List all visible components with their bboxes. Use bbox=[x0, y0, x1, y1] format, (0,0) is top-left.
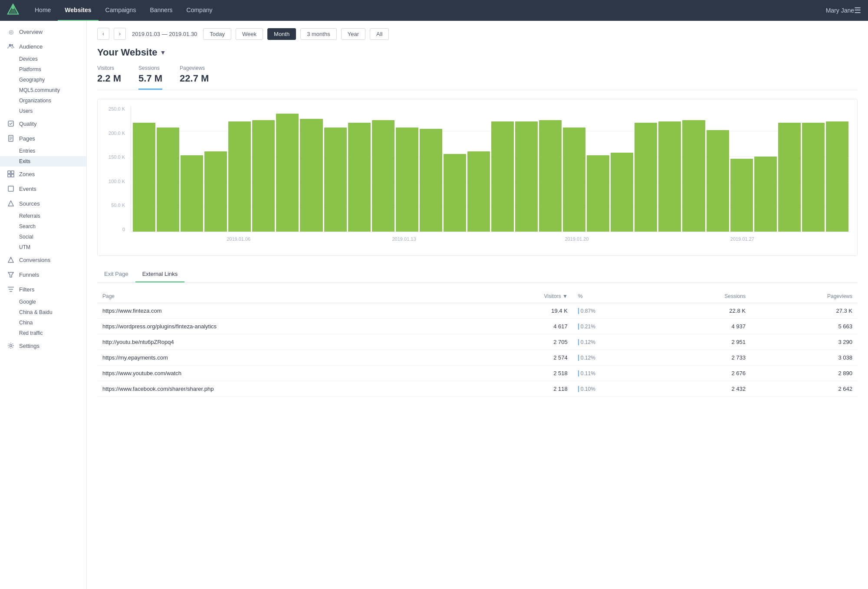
chart-bar[interactable] bbox=[396, 128, 418, 232]
prev-period-button[interactable]: ‹ bbox=[97, 28, 109, 40]
nav-websites[interactable]: Websites bbox=[58, 0, 98, 21]
sidebar-item-sources[interactable]: Sources bbox=[0, 196, 86, 211]
chart-bar[interactable] bbox=[802, 123, 825, 232]
chart-bar[interactable] bbox=[420, 129, 442, 232]
table-row: https://www.facebook.com/sharer/sharer.p… bbox=[97, 381, 858, 397]
sidebar-item-events[interactable]: Events bbox=[0, 181, 86, 196]
period-all-button[interactable]: All bbox=[370, 28, 389, 40]
period-year-button[interactable]: Year bbox=[341, 28, 365, 40]
chart-bar[interactable] bbox=[157, 128, 179, 232]
cell-page[interactable]: https://my.epayments.com bbox=[97, 350, 471, 366]
pct-bar-wrapper: 0.12% bbox=[578, 339, 651, 345]
period-month-button[interactable]: Month bbox=[267, 28, 296, 40]
cell-page[interactable]: https://www.facebook.com/sharer/sharer.p… bbox=[97, 381, 471, 397]
chart-bar[interactable] bbox=[444, 154, 466, 232]
chart-bar[interactable] bbox=[611, 153, 633, 232]
cell-page[interactable]: https://wordpress.org/plugins/finteza-an… bbox=[97, 319, 471, 334]
sidebar-sub-china[interactable]: China bbox=[0, 317, 86, 328]
next-period-button[interactable]: › bbox=[114, 28, 126, 40]
stat-sessions[interactable]: Sessions 5.7 M bbox=[138, 65, 162, 90]
chart-bar[interactable] bbox=[587, 155, 609, 232]
cell-pct: 0.87% bbox=[573, 303, 656, 319]
cell-visitors: 2 518 bbox=[471, 366, 573, 381]
cell-sessions: 2 432 bbox=[656, 381, 751, 397]
chart-bar[interactable] bbox=[228, 121, 251, 232]
sidebar-sub-referrals[interactable]: Referrals bbox=[0, 211, 86, 221]
sidebar-sub-google[interactable]: Google bbox=[0, 297, 86, 307]
sidebar-item-settings[interactable]: Settings bbox=[0, 338, 86, 353]
sidebar-item-funnels[interactable]: Funnels bbox=[0, 267, 86, 282]
chart-bar[interactable] bbox=[658, 121, 681, 232]
sidebar-item-quality[interactable]: Quality bbox=[0, 116, 86, 131]
chart-bar[interactable] bbox=[181, 155, 203, 232]
logo[interactable] bbox=[7, 3, 21, 17]
sidebar-sub-mql5[interactable]: MQL5.community bbox=[0, 85, 86, 95]
chart-bar[interactable] bbox=[300, 119, 322, 232]
sidebar-sub-users[interactable]: Users bbox=[0, 106, 86, 116]
chart-bar[interactable] bbox=[778, 123, 801, 232]
chart-bar[interactable] bbox=[515, 121, 538, 232]
sidebar-sub-devices[interactable]: Devices bbox=[0, 54, 86, 64]
chart-bar[interactable] bbox=[826, 121, 848, 232]
sidebar-sub-utm[interactable]: UTM bbox=[0, 242, 86, 252]
sidebar-sub-red-traffic[interactable]: Red traffic bbox=[0, 328, 86, 338]
sidebar-sub-search[interactable]: Search bbox=[0, 221, 86, 232]
sidebar-sub-china-baidu[interactable]: China & Baidu bbox=[0, 307, 86, 317]
stat-pageviews[interactable]: Pageviews 22.7 M bbox=[180, 65, 209, 90]
sidebar-item-filters[interactable]: Filters bbox=[0, 282, 86, 297]
chart-bar[interactable] bbox=[324, 128, 347, 232]
cell-page[interactable]: https://www.youtube.com/watch bbox=[97, 366, 471, 381]
period-3months-button[interactable]: 3 months bbox=[300, 28, 336, 40]
sidebar-sub-entries[interactable]: Entries bbox=[0, 146, 86, 156]
website-selector[interactable]: Your Website ▼ bbox=[97, 47, 858, 58]
events-icon bbox=[7, 185, 15, 193]
sidebar-sub-platforms[interactable]: Platforms bbox=[0, 64, 86, 75]
date-range-label: 2019.01.03 — 2019.01.30 bbox=[132, 31, 197, 37]
sidebar-item-pages[interactable]: Pages bbox=[0, 131, 86, 146]
sidebar-item-audience[interactable]: Audience bbox=[0, 39, 86, 54]
cell-sessions: 2 733 bbox=[656, 350, 751, 366]
menu-icon[interactable]: ☰ bbox=[854, 6, 861, 15]
nav-company[interactable]: Company bbox=[180, 0, 220, 21]
nav-banners[interactable]: Banners bbox=[143, 0, 179, 21]
sidebar-item-overview[interactable]: ◎ Overview bbox=[0, 24, 86, 39]
sidebar-item-zones[interactable]: Zones bbox=[0, 167, 86, 181]
period-today-button[interactable]: Today bbox=[203, 28, 231, 40]
cell-page[interactable]: https://www.finteza.com bbox=[97, 303, 471, 319]
chart-inner: 250.0 K 200.0 K 150.0 K 100.0 K 50.0 K 0 bbox=[105, 106, 850, 245]
chart-bar[interactable] bbox=[730, 159, 753, 232]
sidebar-sub-exits[interactable]: Exits bbox=[0, 156, 86, 167]
table-row: https://my.epayments.com 2 574 0.12% 2 7… bbox=[97, 350, 858, 366]
chart-bar[interactable] bbox=[563, 128, 585, 232]
nav-campaigns[interactable]: Campaigns bbox=[99, 0, 143, 21]
chart-bar[interactable] bbox=[133, 123, 155, 232]
chart-bar[interactable] bbox=[491, 121, 514, 232]
sidebar-sub-organizations[interactable]: Organizations bbox=[0, 95, 86, 106]
tab-exit-page[interactable]: Exit Page bbox=[97, 266, 135, 282]
sidebar-sub-geography[interactable]: Geography bbox=[0, 75, 86, 85]
pct-bar-divider bbox=[578, 324, 579, 330]
table-row: https://www.finteza.com 19.4 K 0.87% 22.… bbox=[97, 303, 858, 319]
chart-bar[interactable] bbox=[372, 120, 395, 232]
chart-bar[interactable] bbox=[539, 120, 562, 232]
y-label-3: 100.0 K bbox=[108, 179, 125, 184]
chart-bar[interactable] bbox=[204, 151, 227, 232]
chart-bar[interactable] bbox=[276, 114, 299, 232]
tab-external-links[interactable]: External Links bbox=[135, 266, 185, 282]
cell-pageviews: 27.3 K bbox=[751, 303, 858, 319]
sidebar-sub-social[interactable]: Social bbox=[0, 232, 86, 242]
chart-bar[interactable] bbox=[754, 157, 777, 232]
chart-bar[interactable] bbox=[707, 130, 729, 232]
chart-bar[interactable] bbox=[635, 123, 657, 232]
data-table: Page Visitors ▼ % Sessions Pageviews htt… bbox=[97, 290, 858, 397]
chart-bar[interactable] bbox=[348, 123, 371, 232]
period-week-button[interactable]: Week bbox=[236, 28, 263, 40]
chart-bar[interactable] bbox=[467, 151, 490, 232]
stat-visitors[interactable]: Visitors 2.2 M bbox=[97, 65, 121, 90]
chart-bar[interactable] bbox=[682, 120, 705, 232]
col-visitors[interactable]: Visitors ▼ bbox=[471, 290, 573, 303]
sidebar-item-conversions[interactable]: Conversions bbox=[0, 252, 86, 267]
nav-home[interactable]: Home bbox=[28, 0, 58, 21]
cell-page[interactable]: http://youtu.be/ntu6pZRopq4 bbox=[97, 334, 471, 350]
chart-bar[interactable] bbox=[252, 120, 275, 232]
